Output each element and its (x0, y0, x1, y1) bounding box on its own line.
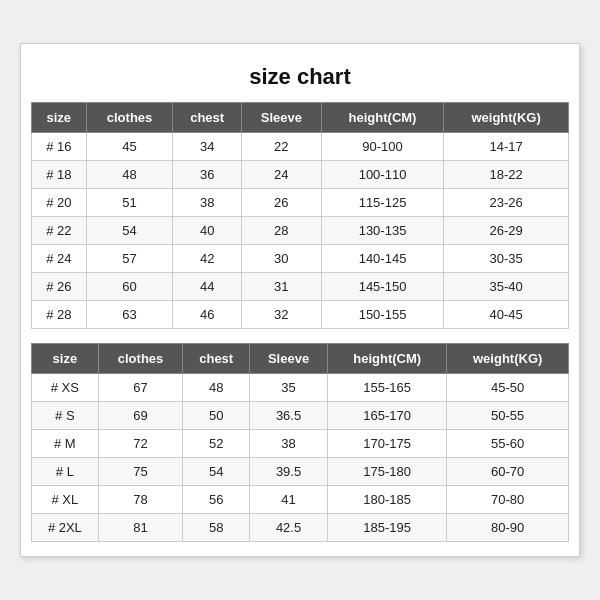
table-cell: # XL (32, 486, 99, 514)
table-cell: 175-180 (328, 458, 447, 486)
table-cell: 42 (173, 245, 241, 273)
table-cell: 72 (98, 430, 183, 458)
table-cell: 70-80 (447, 486, 569, 514)
table1-header-cell: Sleeve (241, 103, 321, 133)
table1-header-cell: clothes (86, 103, 173, 133)
table-row: # 26604431145-15035-40 (32, 273, 569, 301)
table-cell: 18-22 (444, 161, 569, 189)
size-chart-card: size chart sizeclotheschestSleeveheight(… (20, 43, 580, 557)
table-cell: 40-45 (444, 301, 569, 329)
table-cell: 145-150 (321, 273, 443, 301)
table-cell: 46 (173, 301, 241, 329)
table-row: # XL785641180-18570-80 (32, 486, 569, 514)
table-cell: 35 (250, 374, 328, 402)
table-cell: 28 (241, 217, 321, 245)
table-cell: # M (32, 430, 99, 458)
table-cell: # 24 (32, 245, 87, 273)
table-row: # 24574230140-14530-35 (32, 245, 569, 273)
table-cell: 60 (86, 273, 173, 301)
table-cell: # 18 (32, 161, 87, 189)
table-row: # 1645342290-10014-17 (32, 133, 569, 161)
table-cell: 69 (98, 402, 183, 430)
table-cell: 24 (241, 161, 321, 189)
table-cell: 23-26 (444, 189, 569, 217)
table-cell: 180-185 (328, 486, 447, 514)
table-row: # L755439.5175-18060-70 (32, 458, 569, 486)
table-cell: # 20 (32, 189, 87, 217)
table-row: # XS674835155-16545-50 (32, 374, 569, 402)
table-row: # M725238170-17555-60 (32, 430, 569, 458)
table-cell: # 22 (32, 217, 87, 245)
table2-header-cell: weight(KG) (447, 344, 569, 374)
table-cell: 36.5 (250, 402, 328, 430)
table-cell: # L (32, 458, 99, 486)
table-cell: 32 (241, 301, 321, 329)
table-cell: 35-40 (444, 273, 569, 301)
table-cell: 48 (183, 374, 250, 402)
table-cell: 140-145 (321, 245, 443, 273)
table-cell: 75 (98, 458, 183, 486)
table2-header-cell: size (32, 344, 99, 374)
table-cell: 185-195 (328, 514, 447, 542)
table-cell: 38 (250, 430, 328, 458)
table-cell: 57 (86, 245, 173, 273)
table-cell: 155-165 (328, 374, 447, 402)
table-cell: 58 (183, 514, 250, 542)
chart-title: size chart (31, 54, 569, 102)
size-table-2: sizeclotheschestSleeveheight(CM)weight(K… (31, 343, 569, 542)
table-cell: 50 (183, 402, 250, 430)
table-cell: 40 (173, 217, 241, 245)
table-cell: # XS (32, 374, 99, 402)
table-cell: 14-17 (444, 133, 569, 161)
table-cell: 45 (86, 133, 173, 161)
table2-header-cell: chest (183, 344, 250, 374)
table-row: # 18483624100-11018-22 (32, 161, 569, 189)
table-cell: 56 (183, 486, 250, 514)
table-row: # 22544028130-13526-29 (32, 217, 569, 245)
table-cell: 150-155 (321, 301, 443, 329)
table-cell: 34 (173, 133, 241, 161)
table-cell: 55-60 (447, 430, 569, 458)
table-cell: 81 (98, 514, 183, 542)
table-cell: 30-35 (444, 245, 569, 273)
table-cell: 80-90 (447, 514, 569, 542)
table-cell: 45-50 (447, 374, 569, 402)
table-cell: 31 (241, 273, 321, 301)
size-table-1: sizeclotheschestSleeveheight(CM)weight(K… (31, 102, 569, 329)
table1-wrapper: sizeclotheschestSleeveheight(CM)weight(K… (31, 102, 569, 329)
table-cell: 60-70 (447, 458, 569, 486)
table-cell: 100-110 (321, 161, 443, 189)
table-row: # S695036.5165-17050-55 (32, 402, 569, 430)
table-cell: 44 (173, 273, 241, 301)
table-cell: 78 (98, 486, 183, 514)
table-cell: 36 (173, 161, 241, 189)
table2-header-cell: height(CM) (328, 344, 447, 374)
table-cell: # 26 (32, 273, 87, 301)
table-cell: 41 (250, 486, 328, 514)
table-cell: # S (32, 402, 99, 430)
table-cell: 90-100 (321, 133, 443, 161)
table2-header-cell: Sleeve (250, 344, 328, 374)
table-cell: # 28 (32, 301, 87, 329)
table-cell: 30 (241, 245, 321, 273)
table-cell: 170-175 (328, 430, 447, 458)
table-row: # 28634632150-15540-45 (32, 301, 569, 329)
table-cell: 22 (241, 133, 321, 161)
table-cell: 51 (86, 189, 173, 217)
table-cell: 48 (86, 161, 173, 189)
table-cell: 26-29 (444, 217, 569, 245)
table-cell: # 16 (32, 133, 87, 161)
table1-header-row: sizeclotheschestSleeveheight(CM)weight(K… (32, 103, 569, 133)
table-cell: 26 (241, 189, 321, 217)
table1-header-cell: size (32, 103, 87, 133)
table-cell: 67 (98, 374, 183, 402)
table2-wrapper: sizeclotheschestSleeveheight(CM)weight(K… (31, 343, 569, 542)
table2-header-row: sizeclotheschestSleeveheight(CM)weight(K… (32, 344, 569, 374)
table-cell: 54 (86, 217, 173, 245)
table2-header-cell: clothes (98, 344, 183, 374)
table1-header-cell: height(CM) (321, 103, 443, 133)
table-cell: 50-55 (447, 402, 569, 430)
table-cell: 38 (173, 189, 241, 217)
table-cell: 130-135 (321, 217, 443, 245)
table1-header-cell: weight(KG) (444, 103, 569, 133)
